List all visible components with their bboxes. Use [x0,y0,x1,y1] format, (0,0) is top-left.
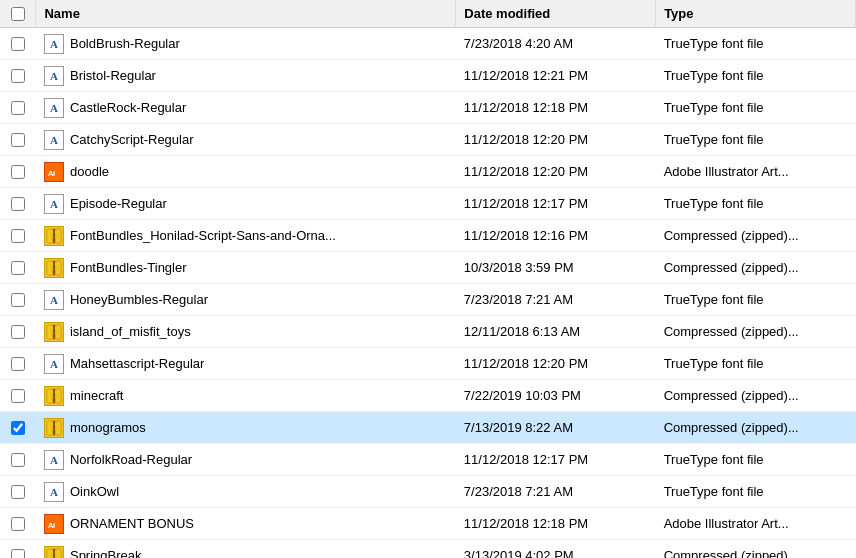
row-checkbox[interactable] [11,165,25,179]
row-type-cell: TrueType font file [656,60,856,92]
ai-icon: Ai [44,162,64,182]
row-checkbox-cell[interactable] [0,476,36,508]
row-filename: island_of_misfit_toys [70,324,191,339]
row-name-cell[interactable]: ACatchyScript-Regular [36,124,456,156]
row-date-cell: 10/3/2018 3:59 PM [456,252,656,284]
row-name-cell[interactable]: Ai doodle [36,156,456,188]
row-name-cell[interactable]: AEpisode-Regular [36,188,456,220]
row-checkbox-cell[interactable] [0,444,36,476]
row-checkbox[interactable] [11,293,25,307]
row-date-cell: 11/12/2018 12:16 PM [456,220,656,252]
row-checkbox-cell[interactable] [0,284,36,316]
row-checkbox-cell[interactable] [0,508,36,540]
row-checkbox-cell[interactable] [0,348,36,380]
header-checkbox-cell[interactable] [0,0,36,28]
row-type-cell: Compressed (zipped)... [656,316,856,348]
row-name-cell[interactable]: AMahsettascript-Regular [36,348,456,380]
svg-rect-14 [47,324,61,338]
svg-rect-5 [51,234,56,237]
table-row[interactable]: SpringBreak3/13/2019 4:02 PMCompressed (… [0,540,856,559]
row-date-cell: 3/13/2019 4:02 PM [456,540,656,559]
table-row[interactable]: AHoneyBumbles-Regular7/23/2018 7:21 AMTr… [0,284,856,316]
row-name-cell[interactable]: minecraft [36,380,456,412]
header-name[interactable]: Name [36,0,456,28]
row-checkbox-cell[interactable] [0,92,36,124]
row-name-cell[interactable]: AHoneyBumbles-Regular [36,284,456,316]
row-checkbox[interactable] [11,69,25,83]
row-name-cell[interactable]: Ai ORNAMENT BONUS [36,508,456,540]
row-name-cell[interactable]: ABoldBrush-Regular [36,28,456,60]
table-row[interactable]: island_of_misfit_toys12/11/2018 6:13 AMC… [0,316,856,348]
svg-point-25 [53,398,55,400]
row-checkbox[interactable] [11,357,25,371]
svg-rect-30 [52,429,56,434]
row-name-cell[interactable]: FontBundles-Tingler [36,252,456,284]
font-icon: A [44,354,64,374]
svg-rect-10 [51,263,56,266]
row-checkbox-cell[interactable] [0,156,36,188]
table-row[interactable]: minecraft7/22/2019 10:03 PMCompressed (z… [0,380,856,412]
row-checkbox[interactable] [11,261,25,275]
row-checkbox-cell[interactable] [0,188,36,220]
svg-rect-11 [51,266,56,269]
row-name-cell[interactable]: SpringBreak [36,540,456,559]
zip-icon [44,226,64,246]
table-row[interactable]: ABoldBrush-Regular7/23/2018 4:20 AMTrueT… [0,28,856,60]
table-row[interactable]: monogramos7/13/2019 8:22 AMCompressed (z… [0,412,856,444]
row-checkbox[interactable] [11,549,25,559]
row-checkbox[interactable] [11,229,25,243]
row-checkbox[interactable] [11,421,25,435]
table-row[interactable]: ACatchyScript-Regular11/12/2018 12:20 PM… [0,124,856,156]
svg-rect-26 [47,420,61,434]
row-name-cell[interactable]: FontBundles_Honilad-Script-Sans-and-Orna… [36,220,456,252]
row-checkbox-cell[interactable] [0,252,36,284]
row-name-cell[interactable]: island_of_misfit_toys [36,316,456,348]
row-checkbox[interactable] [11,37,25,51]
row-type-cell: Adobe Illustrator Art... [656,156,856,188]
row-checkbox-cell[interactable] [0,60,36,92]
table-row[interactable]: AMahsettascript-Regular11/12/2018 12:20 … [0,348,856,380]
row-checkbox[interactable] [11,453,25,467]
row-name-cell[interactable]: AOinkOwl [36,476,456,508]
row-checkbox-cell[interactable] [0,220,36,252]
row-checkbox[interactable] [11,485,25,499]
table-row[interactable]: ACastleRock-Regular11/12/2018 12:18 PMTr… [0,92,856,124]
table-row[interactable]: Ai ORNAMENT BONUS11/12/2018 12:18 PMAdob… [0,508,856,540]
row-date-cell: 7/22/2019 10:03 PM [456,380,656,412]
row-type-cell: TrueType font file [656,28,856,60]
table-row[interactable]: Ai doodle11/12/2018 12:20 PMAdobe Illust… [0,156,856,188]
table-row[interactable]: FontBundles-Tingler10/3/2018 3:59 PMComp… [0,252,856,284]
row-type-cell: TrueType font file [656,188,856,220]
row-date-cell: 7/23/2018 4:20 AM [456,28,656,60]
svg-rect-23 [51,394,56,397]
row-checkbox-cell[interactable] [0,316,36,348]
row-checkbox[interactable] [11,101,25,115]
row-checkbox[interactable] [11,325,25,339]
row-checkbox[interactable] [11,517,25,531]
row-checkbox-cell[interactable] [0,28,36,60]
row-checkbox[interactable] [11,389,25,403]
row-checkbox[interactable] [11,133,25,147]
row-checkbox-cell[interactable] [0,540,36,559]
row-checkbox-cell[interactable] [0,412,36,444]
table-row[interactable]: FontBundles_Honilad-Script-Sans-and-Orna… [0,220,856,252]
header-type[interactable]: Type [656,0,856,28]
row-checkbox[interactable] [11,197,25,211]
row-filename: FontBundles_Honilad-Script-Sans-and-Orna… [70,228,336,243]
row-type-cell: TrueType font file [656,476,856,508]
row-name-cell[interactable]: monogramos [36,412,456,444]
row-name-cell[interactable]: ABristol-Regular [36,60,456,92]
row-type-cell: Compressed (zipped)... [656,220,856,252]
table-row[interactable]: AOinkOwl7/23/2018 7:21 AMTrueType font f… [0,476,856,508]
row-name-cell[interactable]: ACastleRock-Regular [36,92,456,124]
table-row[interactable]: ANorfolkRoad-Regular11/12/2018 12:17 PMT… [0,444,856,476]
table-row[interactable]: AEpisode-Regular11/12/2018 12:17 PMTrueT… [0,188,856,220]
row-type-cell: TrueType font file [656,124,856,156]
row-checkbox-cell[interactable] [0,124,36,156]
row-type-cell: TrueType font file [656,284,856,316]
header-date[interactable]: Date modified [456,0,656,28]
table-row[interactable]: ABristol-Regular11/12/2018 12:21 PMTrueT… [0,60,856,92]
header-checkbox[interactable] [11,7,25,21]
row-name-cell[interactable]: ANorfolkRoad-Regular [36,444,456,476]
row-checkbox-cell[interactable] [0,380,36,412]
